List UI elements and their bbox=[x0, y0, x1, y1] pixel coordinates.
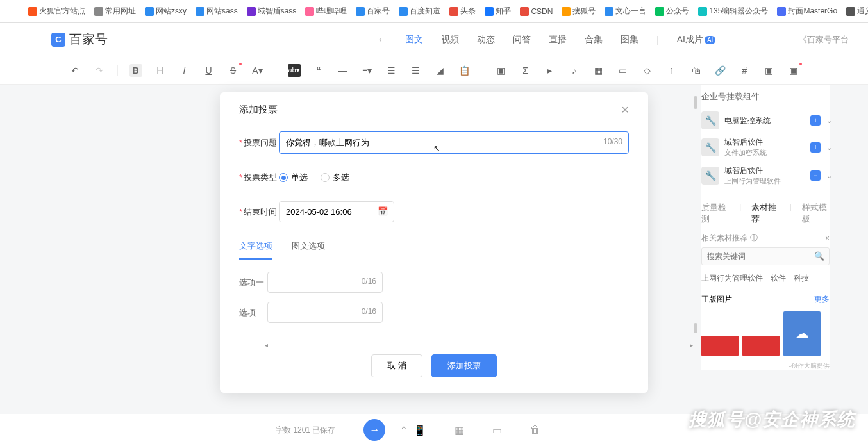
nav-问答[interactable]: 问答 bbox=[513, 34, 531, 45]
strike-icon[interactable]: S bbox=[227, 64, 240, 77]
nav-动态[interactable]: 动态 bbox=[477, 34, 495, 45]
bold-icon[interactable]: B bbox=[129, 64, 142, 77]
tag[interactable]: 科技 bbox=[794, 273, 809, 284]
device-icon[interactable]: 📱 bbox=[413, 424, 426, 436]
product-icon[interactable]: 🛍 bbox=[690, 64, 703, 77]
bookmark-item[interactable]: 火狐官方站点 bbox=[26, 4, 88, 18]
tab-quality[interactable]: 质量检测 bbox=[701, 202, 729, 225]
option1-label: 选项一 bbox=[239, 277, 267, 288]
align-icon[interactable]: ≡▾ bbox=[361, 64, 374, 77]
nav-合集[interactable]: 合集 bbox=[585, 34, 603, 45]
bookmark-item[interactable]: 常用网址 bbox=[92, 4, 138, 18]
widget-item[interactable]: 🔧域智盾软件上网行为管理软件−⌄ bbox=[701, 161, 830, 190]
redo-icon[interactable]: ↷ bbox=[93, 64, 106, 77]
help-icon[interactable]: ⓘ bbox=[750, 233, 758, 244]
chevron-up-icon[interactable]: ⌃ bbox=[400, 425, 408, 435]
chevron-down-icon[interactable]: ⌄ bbox=[826, 172, 832, 180]
cancel-button[interactable]: 取 消 bbox=[371, 354, 422, 377]
chevron-down-icon[interactable]: ⌄ bbox=[826, 117, 832, 125]
unordered-list-icon[interactable]: ☰ bbox=[410, 64, 422, 77]
next-button[interactable]: → bbox=[363, 419, 385, 441]
component-icon[interactable]: ▣ bbox=[787, 64, 800, 77]
endtime-input[interactable] bbox=[279, 201, 394, 222]
logo[interactable]: C 百家号 bbox=[51, 31, 108, 48]
add-icon[interactable]: + bbox=[810, 142, 821, 153]
tab-image-option[interactable]: 图文选项 bbox=[292, 240, 325, 260]
tab-template[interactable]: 样式模板 bbox=[802, 202, 830, 225]
bookmark-item[interactable]: 公众号 bbox=[653, 4, 692, 18]
option2-count: 0/16 bbox=[362, 307, 376, 316]
video-icon[interactable]: ▸ bbox=[544, 64, 556, 77]
italic-icon[interactable]: I bbox=[178, 64, 191, 77]
nav-直播[interactable]: 直播 bbox=[549, 34, 567, 45]
widget-item[interactable]: 🔧电脑监控系统+⌄ bbox=[701, 108, 830, 133]
stock-more[interactable]: 更多 bbox=[814, 294, 830, 305]
stock-image[interactable] bbox=[742, 311, 780, 356]
submit-button[interactable]: 添加投票 bbox=[431, 354, 497, 377]
bookmark-item[interactable]: 文心一言 bbox=[602, 4, 649, 18]
stock-image[interactable] bbox=[701, 311, 739, 356]
table-icon[interactable]: ▦ bbox=[592, 64, 605, 77]
qr-icon[interactable]: ▦ bbox=[455, 424, 464, 436]
search-input[interactable] bbox=[701, 247, 830, 265]
add-icon[interactable]: + bbox=[810, 115, 821, 126]
bookmark-item[interactable]: 通义千问 bbox=[844, 4, 868, 18]
nav-图集[interactable]: 图集 bbox=[621, 34, 638, 45]
bookmark-item[interactable]: 网站zsxy bbox=[142, 4, 189, 18]
tab-text-option[interactable]: 文字选项 bbox=[239, 240, 272, 260]
clear-format-icon[interactable]: ◢ bbox=[434, 64, 447, 77]
close-icon[interactable]: × bbox=[621, 103, 629, 117]
bookmark-icon[interactable]: ▣ bbox=[763, 64, 776, 77]
quote-icon[interactable]: ❝ bbox=[312, 64, 325, 77]
nav-ai[interactable]: AI成片AI bbox=[677, 34, 716, 45]
tab-material[interactable]: 素材推荐 bbox=[751, 202, 779, 225]
nav-视频[interactable]: 视频 bbox=[441, 34, 459, 45]
bookmark-item[interactable]: CSDN bbox=[517, 6, 555, 17]
font-color-icon[interactable]: A▾ bbox=[251, 64, 264, 77]
tag[interactable]: 上网行为管理软件 bbox=[701, 273, 763, 284]
scrollbar-thumb[interactable] bbox=[694, 323, 697, 333]
code-icon[interactable]: ◇ bbox=[641, 64, 654, 77]
underline-icon[interactable]: U bbox=[203, 64, 215, 77]
chevron-down-icon[interactable]: ⌄ bbox=[826, 144, 832, 152]
close-panel-icon[interactable]: × bbox=[825, 234, 830, 243]
card-icon[interactable]: ▭ bbox=[617, 64, 630, 77]
bookmark-item[interactable]: 135编辑器公众号 bbox=[696, 4, 771, 18]
radio-multi[interactable]: 多选 bbox=[321, 172, 349, 183]
bookmark-item[interactable]: 搜狐号 bbox=[559, 4, 598, 18]
widget-item[interactable]: 🔧域智盾软件文件加密系统+⌄ bbox=[701, 133, 830, 161]
scrollbar-thumb[interactable] bbox=[694, 96, 697, 109]
undo-icon[interactable]: ↶ bbox=[69, 64, 81, 77]
calendar-icon[interactable]: 📅 bbox=[378, 206, 388, 216]
highlight-icon[interactable]: ab▾ bbox=[288, 64, 301, 77]
topic-icon[interactable]: # bbox=[739, 64, 751, 77]
tag[interactable]: 软件 bbox=[771, 273, 786, 284]
stock-image[interactable]: ☁ bbox=[783, 311, 821, 356]
paste-icon[interactable]: 📋 bbox=[458, 64, 471, 77]
bookmark-item[interactable]: 头条 bbox=[447, 4, 478, 18]
bookmark-item[interactable]: 封面MasterGo bbox=[774, 4, 840, 18]
platform-link[interactable]: 《百家号平台 bbox=[799, 34, 849, 45]
hr-icon[interactable]: — bbox=[337, 64, 349, 77]
audio-icon[interactable]: ♪ bbox=[568, 64, 581, 77]
trash-icon[interactable]: 🗑 bbox=[530, 424, 540, 436]
bookmark-item[interactable]: 知乎 bbox=[482, 4, 513, 18]
bookmark-item[interactable]: 网站sass bbox=[193, 4, 240, 18]
layout-icon[interactable]: ▭ bbox=[492, 424, 502, 436]
search-icon[interactable]: 🔍 bbox=[814, 251, 824, 261]
link-icon[interactable]: 🔗 bbox=[714, 64, 727, 77]
bookmark-item[interactable]: 哔哩哔哩 bbox=[303, 4, 349, 18]
image-icon[interactable]: ▣ bbox=[495, 64, 508, 77]
vote-icon[interactable]: ⫿ bbox=[665, 64, 678, 77]
heading-icon[interactable]: H bbox=[154, 64, 167, 77]
ordered-list-icon[interactable]: ☰ bbox=[385, 64, 398, 77]
bookmark-item[interactable]: 百度知道 bbox=[396, 4, 443, 18]
formula-icon[interactable]: Σ bbox=[519, 64, 532, 77]
bookmark-item[interactable]: 百家号 bbox=[353, 4, 392, 18]
radio-single[interactable]: 单选 bbox=[279, 172, 308, 183]
bookmark-item[interactable]: 域智盾sass bbox=[244, 4, 299, 18]
question-input[interactable] bbox=[279, 131, 629, 154]
add-icon[interactable]: − bbox=[810, 170, 821, 181]
nav-图文[interactable]: 图文 bbox=[405, 34, 423, 45]
back-icon[interactable]: ← bbox=[377, 34, 387, 45]
